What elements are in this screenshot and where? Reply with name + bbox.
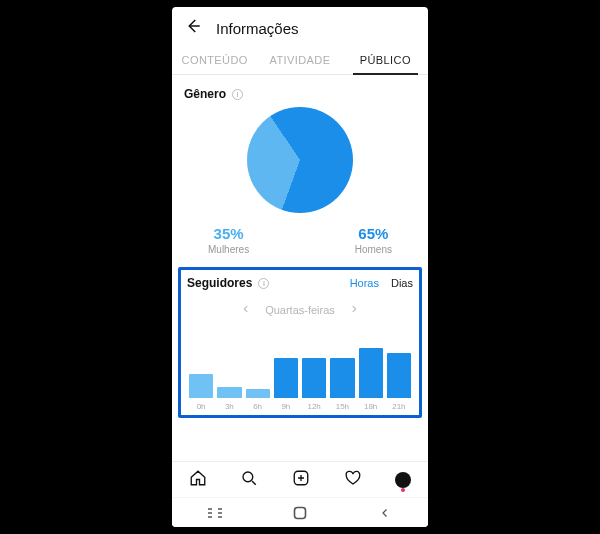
female-percent: 35%: [208, 225, 249, 242]
app-screen: Informações CONTEÚDO ATIVIDADE PÚBLICO G…: [172, 7, 428, 527]
followers-bar-chart: [187, 326, 413, 398]
app-tab-bar: [172, 461, 428, 497]
notification-dot-icon: [401, 488, 405, 492]
bar: [217, 387, 241, 398]
current-day: Quartas-feiras: [265, 304, 335, 316]
gender-pie-chart: [247, 107, 353, 213]
tab-activity[interactable]: ATIVIDADE: [257, 45, 342, 74]
activity-heart-icon[interactable]: [344, 469, 362, 491]
legend-male: 65% Homens: [355, 225, 392, 255]
bar: [330, 358, 354, 398]
bar: [302, 358, 326, 398]
chevron-right-icon[interactable]: [349, 304, 359, 316]
gender-title: Gênero: [184, 87, 226, 101]
tab-audience[interactable]: PÚBLICO: [343, 45, 428, 74]
recents-icon[interactable]: [206, 507, 224, 519]
bar-label: 15h: [330, 402, 354, 411]
back-icon[interactable]: [184, 17, 202, 39]
home-icon[interactable]: [189, 469, 207, 491]
male-percent: 65%: [355, 225, 392, 242]
system-nav-bar: [172, 497, 428, 527]
search-icon[interactable]: [240, 469, 258, 491]
bar-label: 18h: [359, 402, 383, 411]
insights-tabs: CONTEÚDO ATIVIDADE PÚBLICO: [172, 45, 428, 75]
followers-title: Seguidores: [187, 276, 252, 290]
tab-content[interactable]: CONTEÚDO: [172, 45, 257, 74]
male-label: Homens: [355, 244, 392, 255]
add-post-icon[interactable]: [292, 469, 310, 491]
toggle-hours[interactable]: Horas: [350, 277, 379, 289]
bar-label: 6h: [246, 402, 270, 411]
female-label: Mulheres: [208, 244, 249, 255]
bar-label: 21h: [387, 402, 411, 411]
bar-label: 3h: [217, 402, 241, 411]
content-area: Gênero i 35% Mulheres 65% Homens: [172, 75, 428, 461]
info-icon[interactable]: i: [258, 278, 269, 289]
bar: [274, 358, 298, 398]
bar-label: 0h: [189, 402, 213, 411]
bar: [359, 348, 383, 398]
back-soft-icon[interactable]: [376, 507, 394, 519]
bar-x-labels: 0h3h6h9h12h15h18h21h: [187, 398, 413, 411]
section-gender: Gênero i 35% Mulheres 65% Homens: [172, 75, 428, 255]
header: Informações: [172, 7, 428, 45]
bar: [387, 353, 411, 398]
followers-toggle: Horas Dias: [350, 277, 413, 289]
page-title: Informações: [216, 20, 299, 37]
day-navigator: Quartas-feiras: [187, 304, 413, 316]
home-soft-icon[interactable]: [291, 506, 309, 520]
followers-highlight-box: Seguidores i Horas Dias Quartas-feiras 0…: [178, 267, 422, 418]
info-icon[interactable]: i: [232, 89, 243, 100]
profile-icon[interactable]: [395, 472, 411, 488]
chevron-left-icon[interactable]: [241, 304, 251, 316]
toggle-days[interactable]: Dias: [391, 277, 413, 289]
bar-label: 12h: [302, 402, 326, 411]
legend-female: 35% Mulheres: [208, 225, 249, 255]
svg-point-0: [243, 472, 253, 482]
bar: [189, 374, 213, 398]
svg-rect-2: [294, 507, 305, 518]
bar: [246, 389, 270, 398]
bar-label: 9h: [274, 402, 298, 411]
